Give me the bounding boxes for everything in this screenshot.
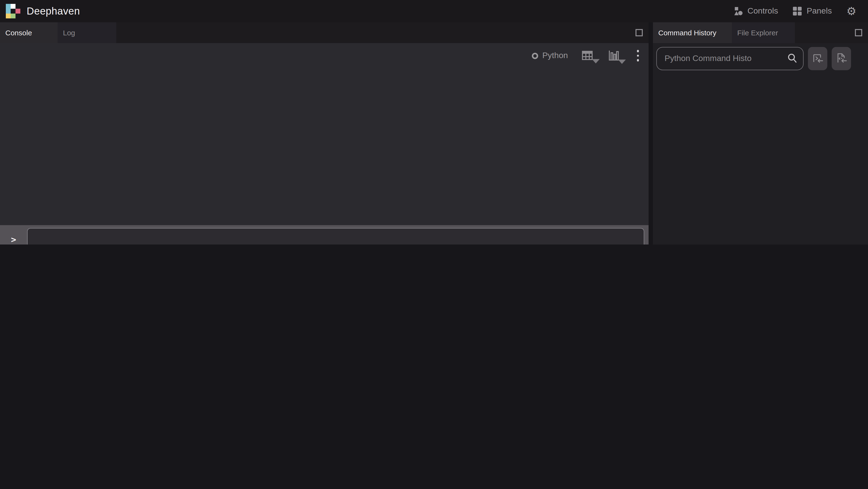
tab-command-history[interactable]: Command History [653, 22, 732, 43]
console-body: Python [0, 43, 649, 244]
controls-icon [733, 6, 743, 16]
panels-icon [793, 6, 802, 16]
send-to-console-icon [811, 52, 824, 65]
app-title: Deephaven [27, 5, 80, 17]
main-row: Console Log Python [0, 22, 868, 244]
tab-console[interactable]: Console [0, 22, 58, 43]
panels-label: Panels [807, 6, 832, 16]
chart-icon [608, 50, 619, 62]
session-status-icon [532, 53, 538, 59]
chevron-down-icon [592, 59, 599, 63]
console-toolbar: Python [0, 43, 649, 62]
console-language-label: Python [542, 51, 568, 61]
create-chart-button[interactable] [608, 50, 619, 62]
history-search-input[interactable] [656, 47, 804, 70]
send-to-console-button[interactable] [808, 47, 827, 70]
send-to-notebook-button[interactable] [832, 47, 851, 70]
maximize-icon[interactable] [855, 29, 862, 36]
console-input[interactable] [27, 228, 644, 244]
console-prompt: > [0, 234, 27, 244]
tab-file-explorer[interactable]: File Explorer [732, 22, 795, 43]
chevron-down-icon [618, 60, 626, 64]
settings-gear-icon[interactable]: ⚙ [846, 6, 857, 17]
app-root: Deephaven Controls Panels ⚙ [0, 0, 868, 244]
console-panel: Console Log Python [0, 22, 649, 244]
send-to-notebook-icon [835, 52, 848, 65]
history-body [653, 43, 868, 244]
history-search-row [653, 43, 868, 70]
overflow-menu-icon[interactable] [637, 50, 639, 62]
command-history-panel: Command History File Explorer [653, 22, 868, 244]
panels-button[interactable]: Panels [793, 6, 832, 16]
controls-label: Controls [747, 6, 778, 16]
table-icon [582, 51, 593, 61]
search-icon [787, 53, 797, 63]
controls-button[interactable]: Controls [733, 6, 778, 16]
deephaven-logo-icon [6, 4, 20, 19]
console-tabstrip: Console Log [0, 22, 649, 43]
console-output[interactable] [0, 62, 649, 225]
tab-log[interactable]: Log [58, 22, 116, 43]
console-input-strip: > [0, 225, 649, 244]
history-tabstrip: Command History File Explorer [653, 22, 868, 43]
maximize-icon[interactable] [636, 29, 643, 36]
top-bar: Deephaven Controls Panels ⚙ [0, 0, 868, 22]
create-table-button[interactable] [582, 51, 593, 61]
